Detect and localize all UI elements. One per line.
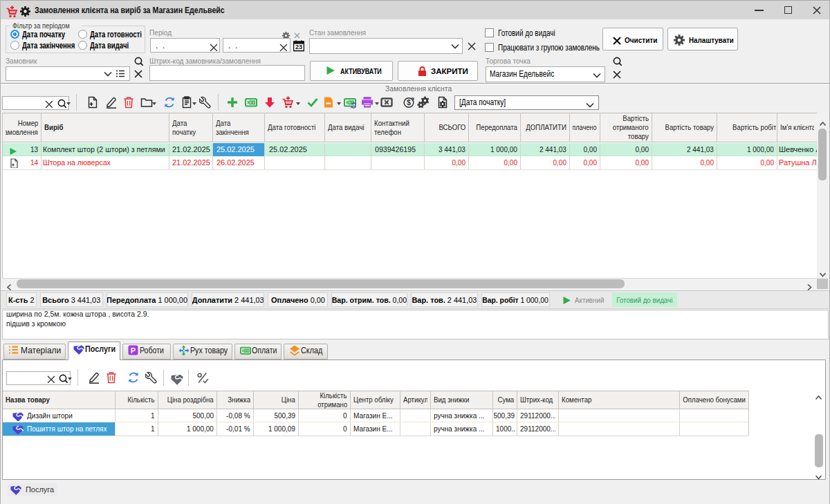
svg-text:$: $: [407, 99, 411, 106]
svg-text:P: P: [131, 346, 136, 355]
svg-text:23: 23: [295, 44, 302, 50]
